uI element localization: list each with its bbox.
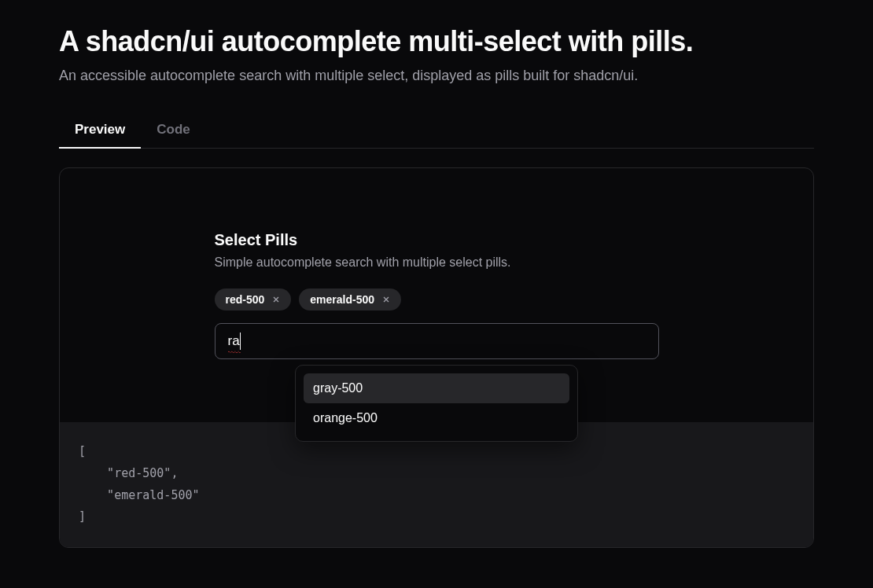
pill-label: emerald-500 <box>310 293 374 306</box>
tab-code[interactable]: Code <box>141 112 206 149</box>
widget-title: Select Pills <box>215 231 659 249</box>
close-icon[interactable] <box>381 294 392 305</box>
multiselect-widget: Select Pills Simple autocomplete search … <box>215 231 659 359</box>
pills-row: red-500 emerald-500 <box>215 288 659 311</box>
preview-area: Select Pills Simple autocomplete search … <box>60 168 813 422</box>
pill: emerald-500 <box>299 288 401 311</box>
spellcheck-squiggle-icon <box>228 351 241 353</box>
tab-preview[interactable]: Preview <box>59 112 141 149</box>
dropdown-option[interactable]: orange-500 <box>304 403 569 433</box>
preview-card: Select Pills Simple autocomplete search … <box>59 167 814 548</box>
autocomplete-dropdown: gray-500 orange-500 <box>295 365 578 442</box>
tabs: Preview Code <box>59 112 814 149</box>
close-icon[interactable] <box>271 294 282 305</box>
page-title: A shadcn/ui autocomplete multi-select wi… <box>59 25 814 58</box>
dropdown-option[interactable]: gray-500 <box>304 373 569 403</box>
search-input[interactable] <box>215 323 659 359</box>
widget-subtitle: Simple autocomplete search with multiple… <box>215 255 659 270</box>
page-subtitle: An accessible autocomplete search with m… <box>59 68 814 84</box>
pill: red-500 <box>215 288 292 311</box>
text-caret <box>240 333 241 350</box>
pill-label: red-500 <box>226 293 265 306</box>
search-input-wrap: gray-500 orange-500 <box>215 323 659 359</box>
